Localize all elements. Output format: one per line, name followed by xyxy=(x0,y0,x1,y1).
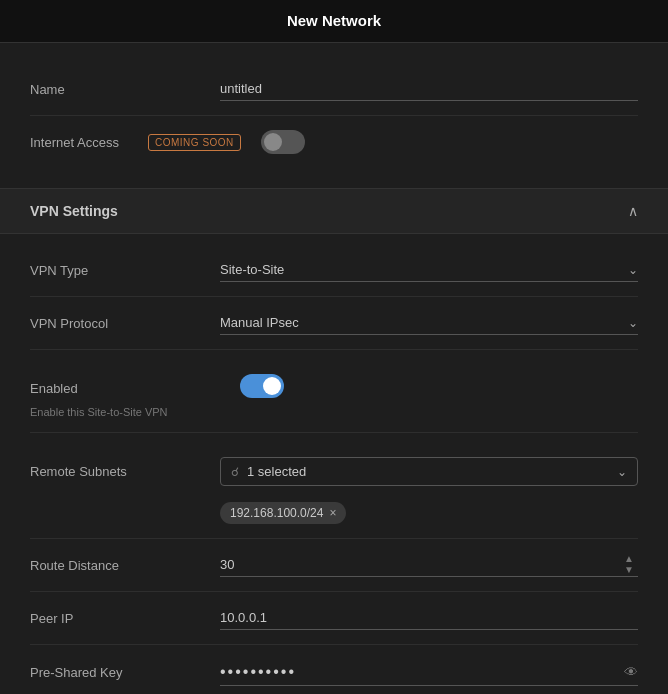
toggle-slider xyxy=(261,130,305,154)
page-title: New Network xyxy=(287,12,381,29)
peer-ip-control xyxy=(220,606,638,630)
pre-shared-key-row: Pre-Shared Key 👁 xyxy=(30,645,638,694)
vpn-type-row: VPN Type Site-to-Site ⌄ xyxy=(30,244,638,296)
enabled-toggle-wrapper xyxy=(220,374,638,402)
enabled-sub-label: Enable this Site-to-Site VPN xyxy=(30,406,638,428)
coming-soon-badge: COMING SOON xyxy=(148,134,241,151)
name-input-wrapper xyxy=(220,77,638,101)
peer-ip-row: Peer IP xyxy=(30,592,638,644)
enabled-toggle[interactable] xyxy=(240,374,284,398)
internet-access-toggle[interactable] xyxy=(261,130,305,154)
subnet-tags-area: 192.168.100.0/24 × xyxy=(30,494,638,524)
remote-subnets-label: Remote Subnets xyxy=(30,464,220,479)
name-label: Name xyxy=(30,82,220,97)
vpn-protocol-label: VPN Protocol xyxy=(30,316,220,331)
remote-subnets-control: ☌ 1 selected ⌄ xyxy=(220,457,638,486)
vpn-protocol-select[interactable]: Manual IPsec ⌄ xyxy=(220,311,638,335)
remote-subnets-select[interactable]: ☌ 1 selected ⌄ xyxy=(220,457,638,486)
route-distance-label: Route Distance xyxy=(30,558,220,573)
vpn-type-value: Site-to-Site xyxy=(220,262,284,277)
subnet-tags-list: 192.168.100.0/24 × xyxy=(220,502,638,524)
route-distance-down-icon[interactable]: ▼ xyxy=(620,565,638,575)
enabled-label: Enabled xyxy=(30,381,220,396)
route-distance-row: Route Distance ▲ ▼ xyxy=(30,539,638,591)
subnet-tag-item: 192.168.100.0/24 × xyxy=(220,502,346,524)
subnet-left: ☌ 1 selected xyxy=(231,464,306,479)
vpn-section-title: VPN Settings xyxy=(30,203,118,219)
subnet-dropdown-arrow-icon: ⌄ xyxy=(617,465,627,479)
page-header: New Network xyxy=(0,0,668,43)
vpn-type-label: VPN Type xyxy=(30,263,220,278)
route-distance-control: ▲ ▼ xyxy=(220,553,638,577)
route-distance-up-icon[interactable]: ▲ xyxy=(620,554,638,564)
vpn-section-header[interactable]: VPN Settings ∧ xyxy=(0,188,668,234)
name-row: Name xyxy=(30,63,638,115)
vpn-protocol-control: Manual IPsec ⌄ xyxy=(220,311,638,335)
vpn-protocol-dropdown-arrow-icon: ⌄ xyxy=(628,316,638,330)
internet-access-label: Internet Access xyxy=(30,135,140,150)
pre-shared-key-wrap: 👁 xyxy=(220,659,638,686)
route-distance-input-wrap: ▲ ▼ xyxy=(220,553,638,577)
vpn-protocol-row: VPN Protocol Manual IPsec ⌄ xyxy=(30,297,638,349)
peer-ip-input[interactable] xyxy=(220,606,638,630)
vpn-section-chevron-icon: ∧ xyxy=(628,203,638,219)
pre-shared-key-control: 👁 xyxy=(220,659,638,686)
vpn-protocol-value: Manual IPsec xyxy=(220,315,299,330)
pre-shared-key-label: Pre-Shared Key xyxy=(30,665,220,680)
pre-shared-key-eye-icon[interactable]: 👁 xyxy=(624,664,638,680)
subnet-tag-remove-icon[interactable]: × xyxy=(329,506,336,520)
main-form: Name Internet Access COMING SOON xyxy=(0,43,668,188)
vpn-type-select[interactable]: Site-to-Site ⌄ xyxy=(220,258,638,282)
internet-access-row: Internet Access COMING SOON xyxy=(30,116,638,168)
route-distance-spinners: ▲ ▼ xyxy=(620,554,638,575)
remote-subnets-row: Remote Subnets ☌ 1 selected ⌄ 192.168.10… xyxy=(30,433,638,538)
vpn-content: VPN Type Site-to-Site ⌄ VPN Protocol Man… xyxy=(0,234,668,694)
vpn-type-dropdown-arrow-icon: ⌄ xyxy=(628,263,638,277)
subnet-search-icon: ☌ xyxy=(231,465,239,479)
enabled-row: Enabled Enable this Site-to-Site VPN xyxy=(30,350,638,432)
peer-ip-label: Peer IP xyxy=(30,611,220,626)
route-distance-input[interactable] xyxy=(220,553,620,576)
enabled-toggle-slider xyxy=(240,374,284,398)
pre-shared-key-input[interactable] xyxy=(220,659,624,685)
vpn-type-control: Site-to-Site ⌄ xyxy=(220,258,638,282)
subnet-selected-text: 1 selected xyxy=(247,464,306,479)
subnet-tag-value: 192.168.100.0/24 xyxy=(230,506,323,520)
name-input[interactable] xyxy=(220,77,638,101)
